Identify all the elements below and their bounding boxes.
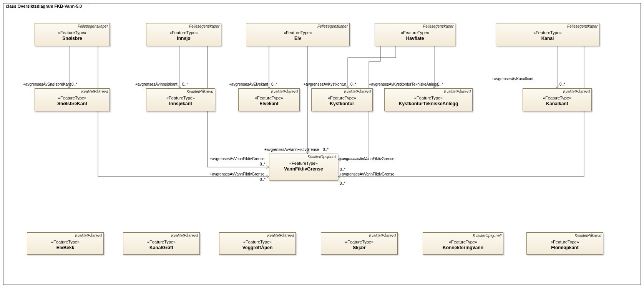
class-snoisbrekant[interactable]: KvalitetPåkrevd «FeatureType» SnøIsbreKa… — [35, 88, 110, 111]
mult-innsjokant: 0..* — [182, 82, 188, 86]
stereotype: «FeatureType» — [312, 96, 372, 100]
mult-snoisbrekant: 0..* — [71, 82, 77, 86]
class-name: SnøIsbre — [35, 36, 110, 41]
role-snoisbrekant: +avgrensesAvSnøIsbreKant — [23, 82, 71, 86]
class-name: ElvBekk — [27, 245, 103, 250]
class-kystkontur[interactable]: KvalitetPåkrevd «FeatureType» Kystkontur — [311, 88, 373, 111]
tag-felles: Fellesegenskaper — [189, 24, 219, 28]
class-name: Flomløpkant — [527, 245, 603, 250]
class-name: VeggrøftÅpen — [219, 245, 295, 250]
tag-opsjonell: KvalitetOpsjonell — [308, 155, 336, 159]
tag-felles: Fellesegenskaper — [317, 24, 348, 28]
tag-pakrevd: KvalitetPåkrevd — [369, 233, 396, 238]
class-flomlopkant[interactable]: KvalitetPåkrevd «FeatureType» Flomløpkan… — [526, 232, 603, 255]
tag-felles: Fellesegenskaper — [423, 24, 453, 28]
stereotype: «FeatureType» — [496, 30, 599, 35]
class-konnektering[interactable]: KvalitetOpsjonell «FeatureType» Konnekte… — [423, 232, 503, 255]
mult-kystkontur: 0..* — [350, 82, 356, 86]
class-havflate[interactable]: Fellesegenskaper «FeatureType» Havflate — [375, 23, 455, 46]
class-skjaer[interactable]: KvalitetPåkrevd «FeatureType» Skjær — [321, 232, 398, 255]
tag-opsjonell: KvalitetOpsjonell — [473, 233, 501, 238]
class-elvekant[interactable]: KvalitetPåkrevd «FeatureType» Elvekant — [238, 88, 300, 111]
role-fiktiv-top: +avgrensesAvVannFiktivGrense — [264, 147, 319, 152]
tag-pakrevd: KvalitetPåkrevd — [75, 233, 102, 238]
role-innsjokant: +avgrensesAvInnsjøkant — [135, 82, 178, 86]
mult-kanalkant: 0..* — [559, 82, 565, 86]
stereotype: «FeatureType» — [375, 30, 455, 35]
mult-kysttekn: 0..* — [437, 82, 443, 86]
class-kanalgroft[interactable]: KvalitetPåkrevd «FeatureType» KanalGrøft — [123, 232, 200, 255]
tag-pakrevd: KvalitetPåkrevd — [444, 89, 471, 94]
stereotype: «FeatureType» — [219, 240, 295, 244]
mult-fiktiv-right1: 0..* — [340, 167, 345, 172]
mult-fiktiv-right2: 0..* — [340, 181, 345, 185]
role-fiktiv-right2: +avgrensesAvVannFiktivGrense — [340, 172, 394, 176]
class-kanalkant[interactable]: KvalitetPåkrevd «FeatureType» Kanalkant — [523, 88, 592, 111]
tag-pakrevd: KvalitetPåkrevd — [563, 89, 590, 94]
class-elvbekk[interactable]: KvalitetPåkrevd «FeatureType» ElvBekk — [27, 232, 104, 255]
mult-elvekant: 0..* — [271, 82, 277, 86]
mult-fiktiv-top: 0..* — [323, 147, 329, 152]
class-kanal[interactable]: Fellesegenskaper «FeatureType» Kanal — [496, 23, 599, 46]
stereotype: «FeatureType» — [527, 240, 603, 244]
stereotype: «FeatureType» — [385, 96, 472, 100]
stereotype: «FeatureType» — [146, 30, 221, 35]
tag-pakrevd: KvalitetPåkrevd — [267, 233, 294, 238]
class-veggroft[interactable]: KvalitetPåkrevd «FeatureType» VeggrøftÅp… — [219, 232, 296, 255]
role-kysttekn: +avgrensesAvKystkonturTekniskeAnlegg — [369, 82, 438, 86]
class-name: Innsjø — [146, 36, 221, 41]
mult-fiktiv-left1: 0..* — [260, 162, 266, 166]
stereotype: «FeatureType» — [123, 240, 199, 244]
class-name: Innsjøkant — [146, 101, 215, 106]
class-name: KanalGrøft — [123, 245, 199, 250]
class-name: Kanal — [496, 36, 599, 41]
class-name: Elv — [246, 36, 349, 41]
tag-felles: Fellesegenskaper — [78, 24, 108, 28]
class-kysttekn[interactable]: KvalitetPåkrevd «FeatureType» Kystkontur… — [384, 88, 473, 111]
stereotype: «FeatureType» — [35, 30, 110, 35]
role-kystkontur: +avgrensesAvKystkontur — [304, 82, 346, 86]
class-vannfiktiv[interactable]: KvalitetOpsjonell «FeatureType» VannFikt… — [269, 154, 338, 180]
tag-pakrevd: KvalitetPåkrevd — [81, 89, 108, 94]
class-name: Kanalkant — [523, 101, 591, 106]
tag-pakrevd: KvalitetPåkrevd — [575, 233, 601, 238]
class-name: KonnekteringVann — [423, 245, 503, 250]
tag-felles: Fellesegenskaper — [567, 24, 598, 28]
stereotype: «FeatureType» — [423, 240, 503, 244]
mult-fiktiv-left2: 0..* — [260, 177, 266, 182]
role-fiktiv-right1: +avgrensesAvVannFiktivGrense — [340, 157, 394, 161]
class-innsjo[interactable]: Fellesegenskaper «FeatureType» Innsjø — [146, 23, 221, 46]
role-fiktiv-left1: +avgrensesAvVannFiktivGrense — [210, 157, 264, 161]
role-kanalkant: +avgrensesAvKanalkant — [492, 77, 533, 81]
stereotype: «FeatureType» — [239, 96, 299, 100]
tag-pakrevd: KvalitetPåkrevd — [187, 89, 213, 94]
role-elvekant: +avgrensesAvElvekant — [229, 82, 268, 86]
class-name: Skjær — [321, 245, 397, 250]
class-name: KystkonturTekniskeAnlegg — [385, 101, 472, 106]
class-name: Elvekant — [239, 101, 299, 106]
stereotype: «FeatureType» — [523, 96, 591, 100]
class-name: Kystkontur — [312, 101, 372, 106]
class-innsjokant[interactable]: KvalitetPåkrevd «FeatureType» Innsjøkant — [146, 88, 215, 111]
class-snoisbre[interactable]: Fellesegenskaper «FeatureType» SnøIsbre — [35, 23, 110, 46]
diagram-title: class Oversiktsdiagram FKB-Vann-5.0 — [3, 3, 89, 12]
stereotype: «FeatureType» — [27, 240, 103, 244]
class-elv[interactable]: Fellesegenskaper «FeatureType» Elv — [246, 23, 350, 46]
tag-pakrevd: KvalitetPåkrevd — [344, 89, 371, 94]
role-fiktiv-left2: +avgrensesAvVannFiktivGrense — [210, 172, 264, 176]
class-name: VannFiktivGrense — [269, 166, 338, 172]
class-name: SnøIsbreKant — [35, 101, 110, 106]
stereotype: «FeatureType» — [269, 161, 338, 166]
stereotype: «FeatureType» — [35, 96, 110, 100]
stereotype: «FeatureType» — [321, 240, 397, 244]
class-name: Havflate — [375, 36, 455, 41]
stereotype: «FeatureType» — [246, 30, 349, 35]
tag-pakrevd: KvalitetPåkrevd — [171, 233, 198, 238]
stereotype: «FeatureType» — [146, 96, 215, 100]
tag-pakrevd: KvalitetPåkrevd — [271, 89, 298, 94]
